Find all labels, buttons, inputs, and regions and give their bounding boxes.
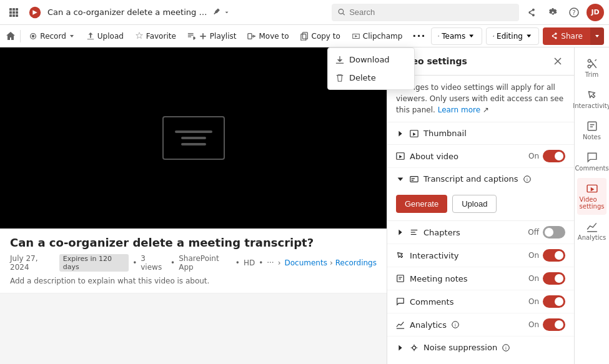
captions-icon xyxy=(410,175,418,184)
record-chevron-icon xyxy=(69,33,75,39)
transcript-upload-button[interactable]: Upload xyxy=(452,195,497,213)
toolbar-right: Teams Editing Share xyxy=(431,27,604,45)
chapters-toggle[interactable] xyxy=(543,226,565,239)
notes-sidebar-item[interactable]: Notes xyxy=(577,116,607,145)
noise-suppression-row[interactable]: Noise suppression i xyxy=(387,337,574,358)
delete-menu-item[interactable]: Delete xyxy=(328,69,414,87)
svg-rect-39 xyxy=(397,275,404,282)
move-to-button[interactable]: Move to xyxy=(242,27,294,45)
waffle-icon[interactable] xyxy=(5,4,22,21)
svg-rect-3 xyxy=(9,11,12,14)
svg-rect-6 xyxy=(9,14,12,17)
svg-point-24 xyxy=(438,36,439,36)
panel-body: Thumbnail About video On xyxy=(387,122,574,364)
video-description: Add a description to explain what this v… xyxy=(10,277,377,285)
svg-rect-20 xyxy=(248,33,252,39)
video-area: Can a co-organizer delete a meeting tran… xyxy=(0,47,387,364)
audio-files-row[interactable]: Audio files i xyxy=(387,358,574,364)
video-date: July 27, 2024 xyxy=(10,254,56,272)
analytics-info-icon: i xyxy=(452,321,459,328)
share-group: Share xyxy=(543,27,604,45)
upload-button[interactable]: Upload xyxy=(81,27,129,45)
analytics-sidebar-item[interactable]: Analytics xyxy=(577,216,607,246)
video-settings-side-icon xyxy=(587,183,598,194)
breadcrumb-separator: › xyxy=(330,258,333,267)
share-button[interactable]: Share xyxy=(543,27,590,45)
top-bar: Can a co-organizer delete a meeting tran… xyxy=(0,0,609,25)
download-menu-item[interactable]: Download xyxy=(328,51,414,69)
video-settings-panel: Video settings Changes to video settings… xyxy=(387,47,574,364)
svg-rect-5 xyxy=(16,11,18,14)
interactivity-sidebar-item[interactable]: Interactivity xyxy=(577,84,607,114)
search-input[interactable] xyxy=(349,7,513,17)
thumbnail-header[interactable]: Thumbnail xyxy=(387,122,574,144)
comments-row: Comments On xyxy=(387,290,574,313)
meeting-notes-toggle[interactable] xyxy=(543,272,565,285)
teams-button[interactable]: Teams xyxy=(431,27,482,45)
breadcrumb: Documents › Recordings xyxy=(284,258,377,267)
chapters-row: Chapters Off xyxy=(387,221,574,244)
about-video-toggle[interactable] xyxy=(543,150,565,162)
main-content: Can a co-organizer delete a meeting tran… xyxy=(0,47,609,364)
meeting-notes-row: Meeting notes On xyxy=(387,267,574,290)
learn-more-link[interactable]: Learn more xyxy=(438,106,480,114)
svg-line-11 xyxy=(343,13,345,15)
transcript-header[interactable]: Transcript and captions i xyxy=(387,168,574,190)
app-logo xyxy=(26,4,44,21)
editing-button[interactable]: Editing xyxy=(486,27,540,45)
help-icon-btn[interactable]: ? xyxy=(565,4,583,21)
video-source: SharePoint App xyxy=(179,254,232,272)
search-icon xyxy=(338,8,345,16)
transcript-section: Transcript and captions i Generate Uploa… xyxy=(387,168,574,221)
home-button[interactable] xyxy=(5,27,16,45)
record-button[interactable]: Record xyxy=(24,27,79,45)
comments-toggle[interactable] xyxy=(543,295,565,308)
record-icon xyxy=(29,32,37,41)
settings-icon-btn[interactable] xyxy=(544,4,562,21)
share-icon xyxy=(550,32,558,40)
svg-rect-8 xyxy=(16,14,18,17)
share-chevron-button[interactable] xyxy=(590,27,604,45)
interactivity-row: Interactivity On xyxy=(387,244,574,267)
generate-button[interactable]: Generate xyxy=(396,195,447,213)
panel-close-button[interactable] xyxy=(550,54,565,69)
more-button[interactable]: ··· xyxy=(408,27,429,45)
search-box[interactable] xyxy=(332,4,519,21)
top-right-actions: ? JD xyxy=(523,4,604,21)
favorite-button[interactable]: Favorite xyxy=(130,27,181,45)
meta-sep-4: • xyxy=(259,258,263,267)
trim-icon xyxy=(587,58,598,69)
meta-more[interactable]: ··· xyxy=(267,258,274,267)
breadcrumb-docs[interactable]: Documents xyxy=(284,258,327,267)
breadcrumb-recordings[interactable]: Recordings xyxy=(335,258,377,267)
about-video-row: About video On xyxy=(387,145,574,168)
expires-badge: Expires in 120 days xyxy=(59,254,129,272)
panel-header: Video settings xyxy=(387,47,574,76)
thumbnail-icon xyxy=(410,129,418,138)
copy-to-button[interactable]: Copy to xyxy=(295,27,345,45)
comments-sidebar-item[interactable]: Comments xyxy=(577,147,607,177)
svg-rect-1 xyxy=(12,8,15,11)
noise-info-icon: i xyxy=(502,344,510,352)
edit-icon xyxy=(493,32,495,41)
chevron-down-icon[interactable] xyxy=(224,9,230,16)
comments-icon xyxy=(396,297,405,306)
analytics-icon xyxy=(396,320,405,329)
clipchamp-button[interactable]: Clipchamp xyxy=(347,27,408,45)
analytics-side-icon xyxy=(587,221,598,232)
transcript-content: Generate Upload xyxy=(387,190,574,220)
side-icons-panel: Trim Interactivity Notes Comments Video … xyxy=(574,47,609,364)
analytics-toggle[interactable] xyxy=(543,318,565,331)
share-icon-btn[interactable] xyxy=(523,4,540,21)
thumbnail-section: Thumbnail xyxy=(387,122,574,145)
svg-point-15 xyxy=(32,34,34,37)
user-avatar[interactable]: JD xyxy=(587,4,604,21)
toolbar-separator xyxy=(20,30,21,42)
svg-line-54 xyxy=(595,59,596,61)
trim-sidebar-item[interactable]: Trim xyxy=(577,53,607,83)
interactivity-toggle[interactable] xyxy=(543,249,565,262)
noise-icon xyxy=(410,343,418,352)
playlist-button[interactable]: Playlist xyxy=(182,27,242,45)
video-settings-sidebar-item[interactable]: Video settings xyxy=(577,178,607,215)
copy-icon xyxy=(300,32,309,41)
